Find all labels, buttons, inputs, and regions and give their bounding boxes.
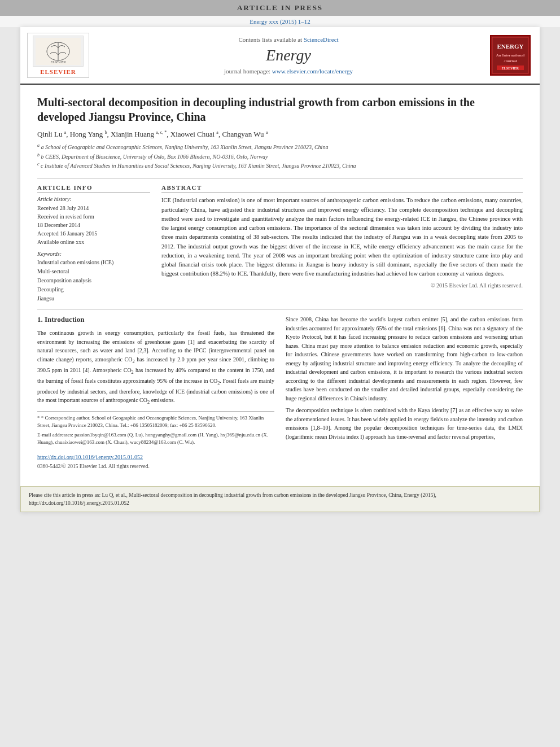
keywords-list: Industrial carbon emissions (ICE) Multi-…	[37, 258, 150, 303]
introduction-heading: 1. Introduction	[37, 315, 274, 324]
elsevier-logo-image: ELSEVIER	[33, 36, 84, 67]
history-online: Available online xxx	[37, 238, 150, 246]
svg-text:An International: An International	[496, 53, 524, 58]
footnote-email: E-mail addresses: passion1byqin@163.com …	[37, 431, 274, 447]
svg-text:Journal: Journal	[504, 59, 517, 63]
citation-bar: Please cite this article in press as: Lu…	[20, 486, 540, 513]
journal-link-text[interactable]: Energy xxx (2015) 1–12	[250, 18, 310, 25]
journal-homepage: journal homepage: www.elsevier.com/locat…	[224, 68, 353, 75]
doi-link[interactable]: http://dx.doi.org/10.1016/j.energy.2015.…	[37, 454, 143, 460]
keyword-3: Decomposition analysis	[37, 276, 150, 285]
article-title: Multi-sectoral decomposition in decoupli…	[37, 95, 523, 124]
intro-para-1: The continuous growth in energy consumpt…	[37, 329, 274, 407]
keyword-4: Decoupling	[37, 285, 150, 294]
introduction-left-text: The continuous growth in energy consumpt…	[37, 329, 274, 407]
introduction-right-column: Since 2008, China has become the world's…	[286, 315, 523, 469]
banner-text: ARTICLE IN PRESS	[237, 3, 323, 12]
svg-text:ELSEVIER: ELSEVIER	[502, 67, 519, 70]
homepage-label: journal homepage:	[224, 68, 270, 75]
article-info-label: ARTICLE INFO	[37, 184, 150, 193]
energy-logo-box: ENERGY An International Journal ELSEVIER	[488, 33, 533, 78]
introduction-left-column: 1. Introduction The continuous growth in…	[37, 315, 274, 469]
intro-para-2: Since 2008, China has become the world's…	[286, 315, 523, 403]
footnote-corresponding: * * Corresponding author. School of Geog…	[37, 414, 274, 430]
copyright-line: © 2015 Elsevier Ltd. All rights reserved…	[161, 282, 523, 289]
issn-line: 0360-5442/© 2015 Elsevier Ltd. All right…	[37, 464, 274, 469]
keyword-1: Industrial carbon emissions (ICE)	[37, 258, 150, 267]
journal-header-middle: Contents lists available at ScienceDirec…	[95, 33, 482, 78]
abstract-label: ABSTRACT	[161, 184, 523, 193]
authors-line: Qinli Lu a, Hong Yang b, Xianjin Huang a…	[37, 130, 523, 139]
footnote-area: * * Corresponding author. School of Geog…	[37, 411, 274, 447]
abstract-text: ICE (Industrial carbon emission) is one …	[161, 196, 523, 278]
history-received: Received 28 July 2014	[37, 204, 150, 212]
article-history-label: Article history:	[37, 196, 150, 202]
section-divider	[37, 309, 523, 309]
history-revised-date: 18 December 2014	[37, 221, 150, 229]
keyword-2: Multi-sectoral	[37, 267, 150, 276]
sciencedirect-link[interactable]: ScienceDirect	[304, 36, 339, 43]
abstract-column: ABSTRACT ICE (Industrial carbon emission…	[161, 184, 523, 303]
elsevier-logo: ELSEVIER ELSEVIER	[27, 33, 89, 78]
energy-journal-logo: ENERGY An International Journal ELSEVIER	[490, 35, 531, 76]
article-info-abstract-section: ARTICLE INFO Article history: Received 2…	[37, 178, 523, 303]
affiliation-b: b b CEES, Department of Bioscience, Univ…	[37, 152, 523, 161]
sciencedirect-label: Contents lists available at	[238, 36, 302, 43]
elsevier-brand-text: ELSEVIER	[40, 68, 76, 75]
sciencedirect-line: Contents lists available at ScienceDirec…	[238, 36, 338, 43]
paper-container: ELSEVIER ELSEVIER Contents lists availab…	[20, 27, 540, 512]
paper-header: ELSEVIER ELSEVIER Contents lists availab…	[20, 27, 540, 85]
svg-text:ENERGY: ENERGY	[497, 43, 523, 50]
affiliations: a a School of Geographic and Oceanograph…	[37, 142, 523, 170]
citation-text: Please cite this article in press as: Lu…	[29, 492, 436, 506]
history-accepted: Accepted 16 January 2015	[37, 229, 150, 238]
article-info-column: ARTICLE INFO Article history: Received 2…	[37, 184, 150, 303]
journal-title: Energy	[266, 46, 311, 64]
keyword-5: Jiangsu	[37, 294, 150, 303]
affiliation-a: a a School of Geographic and Oceanograph…	[37, 142, 523, 151]
svg-text:ELSEVIER: ELSEVIER	[50, 60, 66, 64]
intro-para-3: The decomposition technique is often com…	[286, 406, 523, 441]
doi-section: http://dx.doi.org/10.1016/j.energy.2015.…	[37, 451, 274, 469]
paper-body: Multi-sectoral decomposition in decoupli…	[20, 85, 540, 483]
introduction-right-text: Since 2008, China has become the world's…	[286, 315, 523, 441]
affiliation-c: c c Institute of Advanced Studies in Hum…	[37, 161, 523, 170]
introduction-section: 1. Introduction The continuous growth in…	[37, 315, 523, 475]
keywords-label: Keywords:	[37, 251, 150, 257]
article-in-press-banner: ARTICLE IN PRESS	[0, 0, 560, 16]
homepage-url[interactable]: www.elsevier.com/locate/energy	[272, 68, 353, 75]
journal-link-bar: Energy xxx (2015) 1–12	[0, 16, 560, 27]
history-revised-label: Received in revised form	[37, 212, 150, 221]
